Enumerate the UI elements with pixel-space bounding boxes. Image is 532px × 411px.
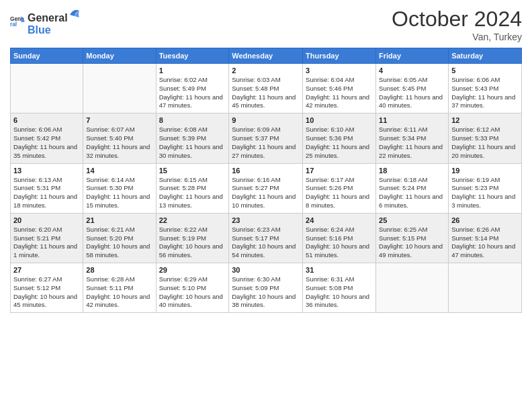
day-info: Sunrise: 6:07 AMSunset: 5:40 PMDaylight:… bbox=[86, 126, 152, 160]
day-number: 4 bbox=[379, 66, 445, 75]
day-number: 8 bbox=[159, 116, 226, 124]
calendar-cell: 19Sunrise: 6:19 AMSunset: 5:23 PMDayligh… bbox=[449, 163, 522, 213]
day-info: Sunrise: 6:23 AMSunset: 5:17 PMDaylight:… bbox=[232, 226, 300, 260]
day-info: Sunrise: 6:26 AMSunset: 5:14 PMDaylight:… bbox=[451, 226, 519, 260]
day-number: 17 bbox=[306, 167, 373, 175]
calendar-cell: 22Sunrise: 6:22 AMSunset: 5:19 PMDayligh… bbox=[156, 213, 229, 263]
logo-bird-icon bbox=[69, 7, 81, 21]
day-number: 29 bbox=[159, 266, 226, 274]
day-number: 2 bbox=[232, 66, 300, 75]
calendar-week-row: 13Sunrise: 6:13 AMSunset: 5:31 PMDayligh… bbox=[11, 163, 522, 213]
logo-text: General Blue bbox=[28, 7, 81, 36]
day-info: Sunrise: 6:22 AMSunset: 5:19 PMDaylight:… bbox=[159, 226, 226, 260]
svg-text:ral: ral bbox=[10, 21, 17, 28]
calendar-cell: 8Sunrise: 6:08 AMSunset: 5:39 PMDaylight… bbox=[156, 113, 229, 163]
day-info: Sunrise: 6:17 AMSunset: 5:26 PMDaylight:… bbox=[306, 176, 373, 210]
day-number: 11 bbox=[379, 116, 445, 124]
calendar-cell: 14Sunrise: 6:14 AMSunset: 5:30 PMDayligh… bbox=[83, 163, 156, 213]
title-block: October 2024 Van, Turkey bbox=[392, 7, 522, 42]
day-number: 9 bbox=[232, 116, 300, 124]
calendar-week-row: 6Sunrise: 6:06 AMSunset: 5:42 PMDaylight… bbox=[11, 113, 522, 163]
calendar-cell: 28Sunrise: 6:28 AMSunset: 5:11 PMDayligh… bbox=[83, 263, 156, 313]
calendar-week-row: 20Sunrise: 6:20 AMSunset: 5:21 PMDayligh… bbox=[11, 213, 522, 263]
calendar-cell bbox=[11, 64, 83, 113]
calendar-cell: 25Sunrise: 6:25 AMSunset: 5:15 PMDayligh… bbox=[376, 213, 449, 263]
day-number: 22 bbox=[159, 216, 226, 224]
calendar-cell bbox=[83, 64, 156, 113]
day-info: Sunrise: 6:02 AMSunset: 5:49 PMDaylight:… bbox=[159, 76, 226, 110]
logo-general: General bbox=[28, 12, 68, 24]
location-title: Van, Turkey bbox=[392, 32, 522, 42]
calendar-cell: 24Sunrise: 6:24 AMSunset: 5:16 PMDayligh… bbox=[303, 213, 376, 263]
calendar-week-row: 27Sunrise: 6:27 AMSunset: 5:12 PMDayligh… bbox=[11, 263, 522, 313]
day-info: Sunrise: 6:06 AMSunset: 5:43 PMDaylight:… bbox=[451, 76, 519, 110]
calendar-cell: 17Sunrise: 6:17 AMSunset: 5:26 PMDayligh… bbox=[303, 163, 376, 213]
month-title: October 2024 bbox=[392, 7, 522, 32]
day-number: 6 bbox=[13, 116, 80, 124]
calendar-cell: 30Sunrise: 6:30 AMSunset: 5:09 PMDayligh… bbox=[229, 263, 303, 313]
calendar-cell: 11Sunrise: 6:11 AMSunset: 5:34 PMDayligh… bbox=[376, 113, 449, 163]
day-info: Sunrise: 6:09 AMSunset: 5:37 PMDaylight:… bbox=[232, 126, 300, 160]
day-info: Sunrise: 6:05 AMSunset: 5:45 PMDaylight:… bbox=[379, 76, 445, 110]
day-info: Sunrise: 6:15 AMSunset: 5:28 PMDaylight:… bbox=[159, 176, 226, 210]
day-info: Sunrise: 6:16 AMSunset: 5:27 PMDaylight:… bbox=[232, 176, 300, 210]
calendar-cell: 10Sunrise: 6:10 AMSunset: 5:36 PMDayligh… bbox=[303, 113, 376, 163]
calendar-week-row: 1Sunrise: 6:02 AMSunset: 5:49 PMDaylight… bbox=[11, 64, 522, 113]
day-header-friday: Friday bbox=[376, 48, 449, 64]
day-header-saturday: Saturday bbox=[449, 48, 522, 64]
calendar-cell: 2Sunrise: 6:03 AMSunset: 5:48 PMDaylight… bbox=[229, 64, 303, 113]
day-info: Sunrise: 6:20 AMSunset: 5:21 PMDaylight:… bbox=[13, 226, 80, 260]
day-number: 30 bbox=[232, 266, 300, 274]
calendar-cell: 12Sunrise: 6:12 AMSunset: 5:33 PMDayligh… bbox=[449, 113, 522, 163]
header: Gene ral General Blue October 2024 Van, … bbox=[10, 7, 522, 42]
page: Gene ral General Blue October 2024 Van, … bbox=[0, 0, 532, 411]
day-number: 7 bbox=[86, 116, 152, 124]
day-info: Sunrise: 6:29 AMSunset: 5:10 PMDaylight:… bbox=[159, 275, 226, 310]
day-number: 12 bbox=[451, 116, 519, 124]
day-number: 1 bbox=[159, 66, 226, 75]
calendar-header-row: SundayMondayTuesdayWednesdayThursdayFrid… bbox=[11, 48, 522, 64]
day-number: 25 bbox=[379, 216, 445, 224]
day-number: 15 bbox=[159, 167, 226, 175]
calendar-cell: 21Sunrise: 6:21 AMSunset: 5:20 PMDayligh… bbox=[83, 213, 156, 263]
calendar-cell: 3Sunrise: 6:04 AMSunset: 5:46 PMDaylight… bbox=[303, 64, 376, 113]
day-number: 27 bbox=[13, 266, 80, 274]
day-info: Sunrise: 6:28 AMSunset: 5:11 PMDaylight:… bbox=[86, 275, 152, 310]
calendar-cell: 18Sunrise: 6:18 AMSunset: 5:24 PMDayligh… bbox=[376, 163, 449, 213]
day-info: Sunrise: 6:27 AMSunset: 5:12 PMDaylight:… bbox=[13, 275, 80, 310]
day-number: 3 bbox=[306, 66, 373, 75]
day-header-sunday: Sunday bbox=[11, 48, 83, 64]
day-header-monday: Monday bbox=[83, 48, 156, 64]
day-number: 5 bbox=[451, 66, 519, 75]
day-info: Sunrise: 6:03 AMSunset: 5:48 PMDaylight:… bbox=[232, 76, 300, 110]
day-info: Sunrise: 6:08 AMSunset: 5:39 PMDaylight:… bbox=[159, 126, 226, 160]
calendar-cell: 13Sunrise: 6:13 AMSunset: 5:31 PMDayligh… bbox=[11, 163, 83, 213]
logo-blue: Blue bbox=[28, 24, 81, 36]
day-header-tuesday: Tuesday bbox=[156, 48, 229, 64]
day-number: 31 bbox=[306, 266, 373, 274]
day-info: Sunrise: 6:31 AMSunset: 5:08 PMDaylight:… bbox=[306, 275, 373, 310]
calendar-cell: 9Sunrise: 6:09 AMSunset: 5:37 PMDaylight… bbox=[229, 113, 303, 163]
logo: Gene ral General Blue bbox=[10, 7, 81, 36]
day-header-thursday: Thursday bbox=[303, 48, 376, 64]
calendar-cell: 29Sunrise: 6:29 AMSunset: 5:10 PMDayligh… bbox=[156, 263, 229, 313]
day-info: Sunrise: 6:06 AMSunset: 5:42 PMDaylight:… bbox=[13, 126, 80, 160]
day-info: Sunrise: 6:24 AMSunset: 5:16 PMDaylight:… bbox=[306, 226, 373, 260]
day-info: Sunrise: 6:30 AMSunset: 5:09 PMDaylight:… bbox=[232, 275, 300, 310]
day-number: 10 bbox=[306, 116, 373, 124]
calendar-cell: 5Sunrise: 6:06 AMSunset: 5:43 PMDaylight… bbox=[449, 64, 522, 113]
calendar-cell bbox=[449, 263, 522, 313]
day-number: 24 bbox=[306, 216, 373, 224]
calendar-cell: 4Sunrise: 6:05 AMSunset: 5:45 PMDaylight… bbox=[376, 64, 449, 113]
calendar-cell bbox=[376, 263, 449, 313]
day-number: 13 bbox=[13, 167, 80, 175]
calendar-cell: 23Sunrise: 6:23 AMSunset: 5:17 PMDayligh… bbox=[229, 213, 303, 263]
day-info: Sunrise: 6:14 AMSunset: 5:30 PMDaylight:… bbox=[86, 176, 152, 210]
day-info: Sunrise: 6:19 AMSunset: 5:23 PMDaylight:… bbox=[451, 176, 519, 210]
day-info: Sunrise: 6:11 AMSunset: 5:34 PMDaylight:… bbox=[379, 126, 445, 160]
day-info: Sunrise: 6:10 AMSunset: 5:36 PMDaylight:… bbox=[306, 126, 373, 160]
day-number: 23 bbox=[232, 216, 300, 224]
day-number: 26 bbox=[451, 216, 519, 224]
day-number: 16 bbox=[232, 167, 300, 175]
day-number: 20 bbox=[13, 216, 80, 224]
